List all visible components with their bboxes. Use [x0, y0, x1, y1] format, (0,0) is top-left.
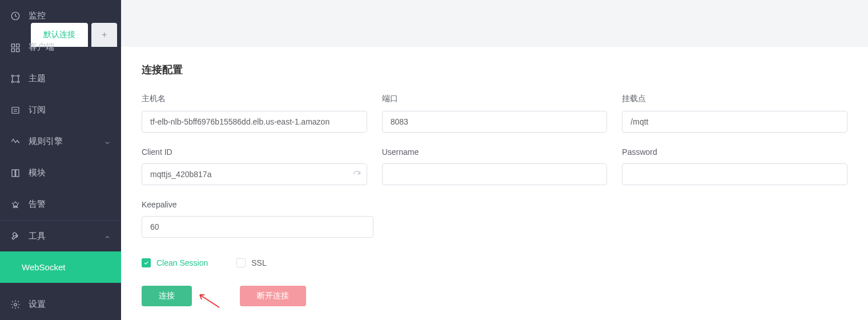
sidebar-item-subscriptions[interactable]: 订阅 [0, 94, 121, 126]
mount-input[interactable] [622, 111, 847, 133]
modules-icon [10, 168, 21, 178]
sidebar-item-label: 工具 [29, 231, 46, 242]
keepalive-input[interactable] [142, 216, 373, 238]
field-port: 端口 [382, 94, 608, 133]
gear-icon [10, 299, 21, 310]
clean-session-checkbox[interactable]: Clean Session [142, 258, 208, 267]
svg-point-5 [11, 75, 13, 77]
svg-rect-9 [12, 107, 19, 113]
sidebar-item-topics[interactable]: 主题 [0, 63, 121, 94]
svg-rect-11 [16, 170, 19, 177]
sidebar-item-clients[interactable]: 客户端 [0, 31, 121, 63]
port-label: 端口 [382, 94, 608, 104]
client-id-label: Client ID [142, 147, 367, 157]
field-mount: 挂载点 [622, 94, 847, 133]
sidebar-item-modules[interactable]: 模块 [0, 157, 121, 189]
username-input[interactable] [382, 163, 608, 185]
sidebar-item-label: 订阅 [29, 105, 46, 115]
sidebar-item-label: WebSocket [22, 262, 65, 272]
main-content: 默认连接 + 连接配置 主机名 端口 挂载点 [121, 0, 868, 320]
port-input[interactable] [382, 111, 608, 133]
annotation-arrow [196, 295, 219, 309]
connect-button[interactable]: 连接 [142, 286, 192, 306]
sidebar-item-websocket[interactable]: WebSocket [0, 251, 121, 283]
chevron-down-icon [104, 138, 111, 145]
svg-point-7 [11, 81, 13, 82]
sidebar-item-monitor[interactable]: 监控 [0, 0, 121, 31]
svg-rect-3 [11, 49, 14, 51]
sidebar: 监控 客户端 主题 订阅 规则引擎 模块 [0, 0, 121, 320]
password-label: Password [622, 147, 847, 157]
rules-icon [10, 137, 21, 147]
section-title: 连接配置 [142, 63, 847, 77]
sidebar-item-label: 主题 [29, 73, 46, 84]
host-input[interactable] [142, 111, 367, 133]
subscriptions-icon [10, 105, 21, 115]
svg-rect-4 [17, 49, 19, 51]
checkbox-checked-icon [142, 258, 151, 267]
host-label: 主机名 [142, 94, 367, 104]
tabs: 默认连接 + [8, 11, 868, 47]
field-keepalive: Keepalive [142, 200, 373, 238]
clean-session-label: Clean Session [156, 258, 208, 267]
svg-point-8 [18, 81, 19, 82]
topics-icon [10, 74, 21, 84]
sidebar-item-label: 规则引擎 [29, 136, 63, 147]
sidebar-item-label: 监控 [29, 10, 46, 21]
sidebar-item-alarm[interactable]: 告警 [0, 189, 121, 220]
sidebar-item-label: 客户端 [29, 42, 54, 53]
sidebar-item-settings[interactable]: 设置 [0, 289, 121, 320]
checkbox-unchecked-icon [236, 258, 246, 267]
username-label: Username [382, 147, 608, 157]
keepalive-label: Keepalive [142, 200, 373, 209]
alarm-icon [10, 199, 21, 210]
field-host: 主机名 [142, 94, 367, 133]
disconnect-button[interactable]: 断开连接 [240, 286, 306, 306]
field-password: Password [622, 147, 847, 185]
mount-label: 挂载点 [622, 94, 847, 104]
password-input[interactable] [622, 163, 847, 185]
ssl-label: SSL [251, 258, 266, 267]
field-client-id: Client ID [142, 147, 367, 185]
svg-rect-10 [12, 170, 15, 177]
field-username: Username [382, 147, 608, 185]
refresh-icon[interactable] [352, 170, 361, 179]
sidebar-item-rules[interactable]: 规则引擎 [0, 126, 121, 157]
sidebar-item-label: 模块 [29, 167, 46, 178]
ssl-checkbox[interactable]: SSL [236, 258, 266, 267]
dashboard-icon [10, 11, 21, 21]
svg-point-6 [18, 75, 19, 77]
client-id-input[interactable] [142, 163, 367, 185]
svg-point-13 [14, 303, 17, 306]
tools-icon [10, 231, 21, 241]
sidebar-item-label: 设置 [29, 299, 46, 310]
clients-icon [10, 42, 21, 53]
sidebar-item-tools[interactable]: 工具 [0, 220, 121, 251]
sidebar-item-label: 告警 [29, 199, 46, 210]
svg-rect-1 [11, 44, 14, 47]
svg-rect-2 [17, 44, 19, 47]
chevron-up-icon [104, 233, 111, 239]
